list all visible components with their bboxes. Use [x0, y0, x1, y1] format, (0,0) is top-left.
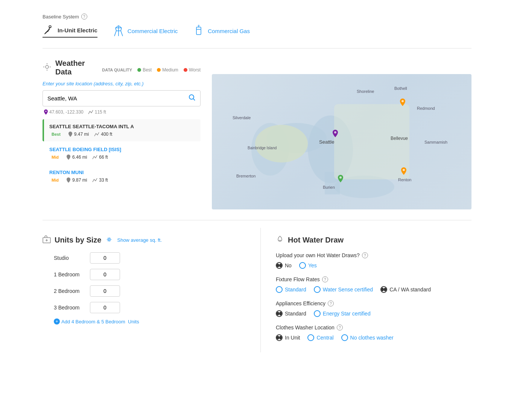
fixture-ca-wa[interactable]: CA / WA standard: [380, 286, 431, 293]
in-unit-electric-label: In-Unit Electric: [58, 27, 97, 33]
search-input[interactable]: [47, 95, 185, 102]
fixture-ca-wa-radio[interactable]: [380, 286, 387, 293]
svg-point-29: [255, 125, 308, 162]
station-name-1: SEATTLE BOEING FIELD [ISIS]: [49, 147, 195, 152]
fixture-label-text: Fixture Flow Rates: [276, 276, 320, 282]
plug-icon: [43, 24, 55, 36]
dq-best-label: Best: [143, 67, 152, 73]
units-section: Units by Size Show average sq. ft. Studi…: [43, 228, 261, 352]
svg-line-7: [116, 26, 119, 28]
fixture-help-icon[interactable]: ?: [322, 276, 328, 282]
clothes-no-washer[interactable]: No clothes washer: [341, 334, 394, 341]
svg-text:Shoreline: Shoreline: [357, 89, 374, 94]
appliance-energy-star[interactable]: Energy Star certified: [314, 310, 371, 317]
svg-line-11: [114, 31, 116, 36]
station-dist-0: 9.47 mi: [68, 132, 89, 137]
dq-label: DATA QUALITY: [102, 68, 132, 72]
svg-rect-30: [334, 104, 409, 179]
unit-input-2br[interactable]: [90, 285, 120, 297]
baseline-help-icon[interactable]: ?: [81, 14, 87, 20]
station-item-2[interactable]: RENTON MUNI Mid 9.87 mi 33 ft: [43, 165, 201, 187]
fixture-watersense-label: Water Sense certified: [323, 287, 373, 293]
location-elev: 115 ft: [95, 109, 106, 115]
svg-line-23: [193, 99, 195, 100]
clothes-help-icon[interactable]: ?: [337, 324, 343, 331]
add-bedroom-link[interactable]: + Add 4 Bedroom & 5 Bedroom Units: [43, 318, 249, 324]
system-commercial-electric[interactable]: Commercial Electric: [113, 25, 178, 37]
unit-label-1br: 1 Bedroom: [54, 271, 84, 277]
clothes-label-text: Clothes Washer Location: [276, 324, 335, 331]
upload-yes-label: Yes: [308, 262, 317, 268]
fixture-watersense[interactable]: Water Sense certified: [314, 286, 373, 293]
svg-rect-13: [196, 27, 201, 35]
appliance-standard[interactable]: Standard: [276, 310, 306, 317]
station-item-1[interactable]: SEATTLE BOEING FIELD [ISIS] Mid 6.46 mi …: [43, 142, 201, 164]
svg-point-16: [198, 25, 199, 26]
fixture-standard[interactable]: Standard: [276, 286, 306, 293]
fixture-watersense-radio[interactable]: [314, 286, 321, 293]
dq-medium-label: Medium: [162, 67, 178, 73]
system-in-unit-electric[interactable]: In-Unit Electric: [43, 24, 97, 38]
station-meta-0: Best 9.47 mi 400 ft: [49, 132, 195, 137]
location-hint: Enter your site location (address, city,…: [43, 81, 201, 86]
clothes-in-unit-radio[interactable]: [276, 334, 283, 341]
station-dist-2: 9.87 mi: [66, 177, 87, 183]
clothes-options: In Unit Central No clothes washer: [276, 334, 471, 341]
appliance-options: Standard Energy Star certified: [276, 310, 471, 317]
station-name-2: RENTON MUNI: [49, 170, 195, 175]
tower-icon: [113, 25, 125, 37]
add-suffix: Units: [128, 319, 139, 324]
bottom-sections: Units by Size Show average sq. ft. Studi…: [43, 228, 471, 352]
clothes-central-label: Central: [316, 335, 333, 341]
station-item-0[interactable]: SEATTLE SEATTLE-TACOMA INTL A Best 9.47 …: [43, 119, 201, 141]
clothes-in-unit[interactable]: In Unit: [276, 334, 300, 341]
location-meta: 47.603, -122.330 115 ft: [43, 109, 201, 115]
unit-label-studio: Studio: [54, 255, 84, 261]
clothes-section: Clothes Washer Location ? In Unit Centra…: [276, 324, 471, 341]
map-svg: Shoreline Bothell Redmond Silverdale Bai…: [212, 74, 471, 209]
station-quality-1: Mid: [49, 155, 61, 160]
appliance-help-icon[interactable]: ?: [328, 300, 334, 306]
clothes-central[interactable]: Central: [307, 334, 333, 341]
fixture-standard-radio[interactable]: [276, 286, 283, 293]
upload-no-option[interactable]: No: [276, 262, 292, 269]
upload-yes-option[interactable]: Yes: [299, 262, 317, 269]
station-elevation-1: 66 ft: [99, 155, 108, 160]
system-commercial-gas[interactable]: Commercial Gas: [193, 25, 250, 37]
unit-input-1br[interactable]: [90, 269, 120, 280]
commercial-gas-label: Commercial Gas: [208, 28, 250, 34]
svg-point-22: [189, 95, 194, 99]
unit-input-3br[interactable]: [90, 302, 120, 313]
fixture-label: Fixture Flow Rates ?: [276, 276, 471, 282]
fixture-ca-wa-label: CA / WA standard: [389, 287, 431, 293]
svg-line-3: [45, 32, 46, 34]
svg-point-17: [46, 65, 49, 68]
upload-no-radio[interactable]: [276, 262, 283, 269]
appliance-energy-star-radio[interactable]: [314, 310, 321, 317]
show-avg-link[interactable]: Show average sq. ft.: [117, 237, 162, 243]
upload-help-icon[interactable]: ?: [362, 252, 368, 258]
svg-line-12: [121, 31, 123, 36]
station-distance-2: 9.87 mi: [72, 177, 87, 183]
location-pin-icon: 47.603, -122.330: [44, 109, 84, 115]
hot-water-section: Hot Water Draw Upload your own Hot Water…: [261, 228, 471, 352]
clothes-central-radio[interactable]: [307, 334, 314, 341]
svg-line-9: [116, 28, 116, 31]
unit-row-1br: 1 Bedroom: [43, 269, 249, 280]
clothes-label: Clothes Washer Location ?: [276, 324, 471, 331]
svg-text:Bainbridge Island: Bainbridge Island: [248, 146, 277, 150]
appliance-standard-radio[interactable]: [276, 310, 283, 317]
search-button[interactable]: [188, 94, 196, 103]
weather-left-panel: Weather Data DATA QUALITY Best Medium Wo…: [43, 59, 201, 209]
station-dist-1: 6.46 mi: [66, 155, 87, 160]
weather-header: Weather Data: [43, 59, 102, 76]
fixture-standard-label: Standard: [285, 287, 306, 293]
gas-icon: [193, 25, 205, 37]
unit-row-2br: 2 Bedroom: [43, 285, 249, 297]
upload-yes-radio[interactable]: [299, 262, 306, 269]
upload-label-text: Upload your own Hot Water Draws?: [276, 252, 360, 258]
weather-map-container: Shoreline Bothell Redmond Silverdale Bai…: [212, 59, 471, 209]
unit-input-studio[interactable]: [90, 252, 120, 264]
clothes-no-washer-radio[interactable]: [341, 334, 348, 341]
clothes-no-washer-label: No clothes washer: [350, 335, 394, 341]
